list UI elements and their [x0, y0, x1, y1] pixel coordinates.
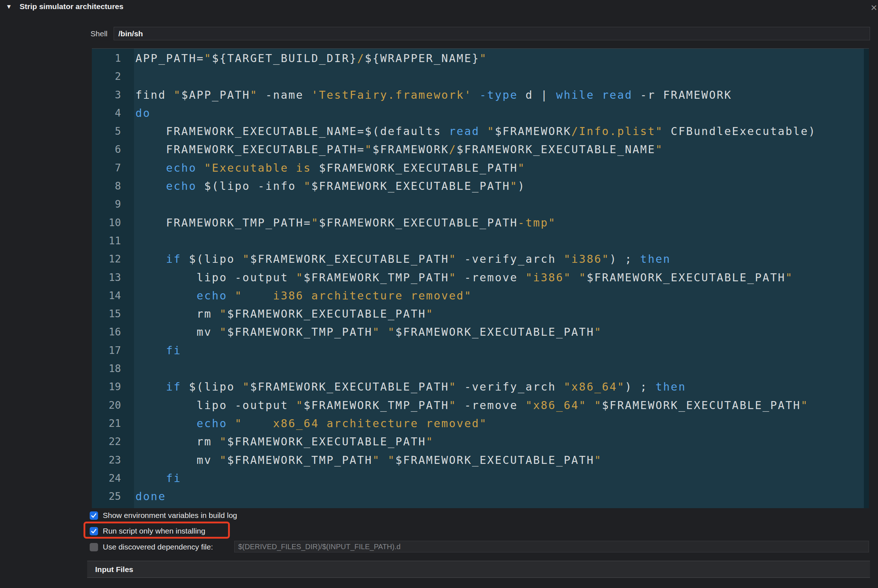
code-token — [227, 289, 235, 302]
line-number: 16 — [92, 323, 134, 341]
code-line: 20 lipo -output "$FRAMEWORK_TMP_PATH" -r… — [92, 396, 864, 414]
code-token: read — [449, 125, 480, 138]
code-token: ${WRAPPER_NAME} — [365, 52, 480, 64]
line-number: 11 — [92, 232, 134, 250]
code-token: -verify_arch — [457, 380, 564, 393]
code-token: APP_PATH= — [135, 52, 204, 64]
code-token — [135, 253, 166, 266]
line-number: 12 — [92, 250, 134, 268]
code-token — [135, 344, 166, 357]
shell-input[interactable] — [114, 27, 870, 40]
code-line-text: FRAMEWORK_EXECUTABLE_NAME=$(defaults rea… — [134, 122, 864, 141]
code-token: " i386 architecture removed" — [235, 289, 472, 302]
code-line-text: FRAMEWORK_EXECUTABLE_PATH="$FRAMEWORK/$F… — [134, 141, 864, 159]
code-token: $(lipo — [181, 253, 243, 266]
code-token: " — [174, 88, 181, 101]
code-token: " — [220, 435, 227, 448]
code-line: 11 — [92, 232, 864, 250]
editor-scrollbar-track[interactable] — [864, 49, 869, 508]
code-token: " — [785, 271, 793, 284]
code-token: "Executable is — [204, 162, 319, 174]
code-token: rm — [135, 308, 220, 320]
code-token: $FRAMEWORK — [372, 143, 449, 156]
line-number: 19 — [92, 378, 134, 396]
code-token: -verify_arch — [457, 253, 564, 266]
option-show-env-vars[interactable]: Show environment variables in build log — [90, 511, 237, 520]
code-line: 24 fi — [92, 469, 864, 488]
line-number: 15 — [92, 305, 134, 323]
code-token: $FRAMEWORK_EXECUTABLE_PATH — [311, 180, 510, 192]
code-token: -type — [480, 88, 518, 101]
code-token: done — [135, 490, 166, 503]
code-token: $FRAMEWORK_TMP_PATH — [227, 454, 372, 466]
code-token — [197, 162, 204, 174]
code-token: -remove — [457, 399, 526, 412]
line-number: 25 — [92, 488, 134, 506]
code-token: " — [594, 326, 602, 338]
code-token: " — [426, 308, 434, 320]
dependency-file-input[interactable] — [234, 541, 869, 552]
code-token: " — [220, 326, 227, 338]
code-token: d | — [518, 88, 556, 101]
line-number: 13 — [92, 268, 134, 287]
show-env-vars-checkbox[interactable] — [90, 512, 98, 520]
disclosure-triangle-icon[interactable]: ▼ — [6, 3, 12, 10]
code-line: 23 mv "$FRAMEWORK_TMP_PATH" "$FRAMEWORK_… — [92, 451, 864, 469]
line-number: 4 — [92, 104, 134, 122]
code-token: if — [166, 253, 181, 266]
code-line: 19 if $(lipo "$FRAMEWORK_EXECUTABLE_PATH… — [92, 378, 864, 396]
script-editor[interactable]: 1APP_PATH="${TARGET_BUILD_DIR}/${WRAPPER… — [92, 48, 869, 508]
code-token — [380, 326, 388, 338]
code-line-text: mv "$FRAMEWORK_TMP_PATH" "$FRAMEWORK_EXE… — [134, 451, 864, 469]
build-phase-header[interactable]: ▼ Strip simulator architectures × — [0, 0, 878, 17]
code-line: 10 FRAMEWORK_TMP_PATH="$FRAMEWORK_EXECUT… — [92, 214, 864, 232]
code-token: lipo -output — [135, 399, 296, 412]
code-token: ) — [518, 180, 525, 192]
code-token — [594, 88, 602, 101]
code-token — [135, 162, 166, 174]
code-line: 8 echo $(lipo -info "$FRAMEWORK_EXECUTAB… — [92, 177, 864, 195]
code-token: ) ; — [610, 253, 640, 266]
code-line: 22 rm "$FRAMEWORK_EXECUTABLE_PATH" — [92, 433, 864, 451]
code-line: 3find "$APP_PATH" -name 'TestFairy.frame… — [92, 86, 864, 104]
code-line-text: rm "$FRAMEWORK_EXECUTABLE_PATH" — [134, 305, 864, 323]
line-number: 14 — [92, 287, 134, 305]
code-token — [227, 417, 235, 430]
code-token: / — [449, 143, 457, 156]
code-token: mv — [135, 454, 220, 466]
code-token: echo — [166, 162, 197, 174]
line-number: 8 — [92, 177, 134, 195]
code-token: " — [365, 143, 372, 156]
code-token: $FRAMEWORK_EXECUTABLE_PATH — [602, 399, 801, 412]
code-token: do — [135, 107, 151, 119]
line-number: 20 — [92, 396, 134, 414]
code-line-text: if $(lipo "$FRAMEWORK_EXECUTABLE_PATH" -… — [134, 378, 864, 396]
line-number: 10 — [92, 214, 134, 232]
code-token: " — [372, 454, 380, 466]
code-token: " — [449, 380, 457, 393]
line-number: 6 — [92, 141, 134, 159]
line-number: 5 — [92, 122, 134, 141]
shell-label: Shell — [57, 29, 108, 38]
close-icon[interactable]: × — [871, 2, 878, 14]
code-token: " — [372, 326, 380, 338]
code-line: 13 lipo -output "$FRAMEWORK_TMP_PATH" -r… — [92, 268, 864, 287]
code-token: then — [640, 253, 671, 266]
code-line-text: echo $(lipo -info "$FRAMEWORK_EXECUTABLE… — [134, 177, 864, 195]
option-dependency-file[interactable]: Use discovered dependency file: — [90, 542, 213, 552]
code-token: " — [510, 180, 518, 192]
code-token: mv — [135, 326, 220, 338]
code-token: $FRAMEWORK_EXECUTABLE_PATH — [250, 253, 449, 266]
code-token: " — [594, 399, 602, 412]
line-number: 24 — [92, 469, 134, 488]
code-token: $FRAMEWORK_EXECUTABLE_PATH — [319, 162, 518, 174]
code-line-text: find "$APP_PATH" -name 'TestFairy.framew… — [134, 86, 864, 104]
line-number: 18 — [92, 360, 134, 378]
code-line: 7 echo "Executable is $FRAMEWORK_EXECUTA… — [92, 159, 864, 177]
code-token: fi — [166, 472, 181, 484]
code-token: " — [204, 52, 212, 64]
dependency-file-checkbox[interactable] — [90, 543, 98, 551]
code-token: " — [449, 271, 457, 284]
code-token: $FRAMEWORK_EXECUTABLE_NAME — [457, 143, 656, 156]
input-files-title: Input Files — [95, 565, 133, 574]
